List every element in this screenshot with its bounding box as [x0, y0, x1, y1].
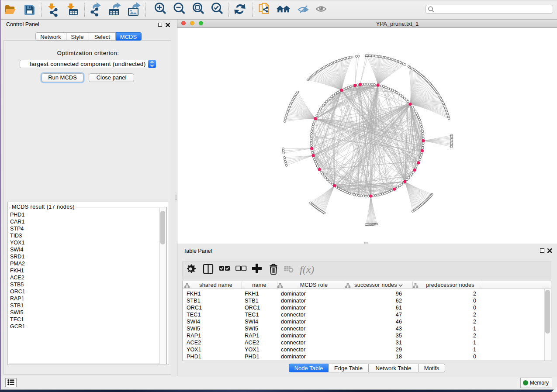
svg-text:f(x): f(x) — [300, 264, 314, 275]
